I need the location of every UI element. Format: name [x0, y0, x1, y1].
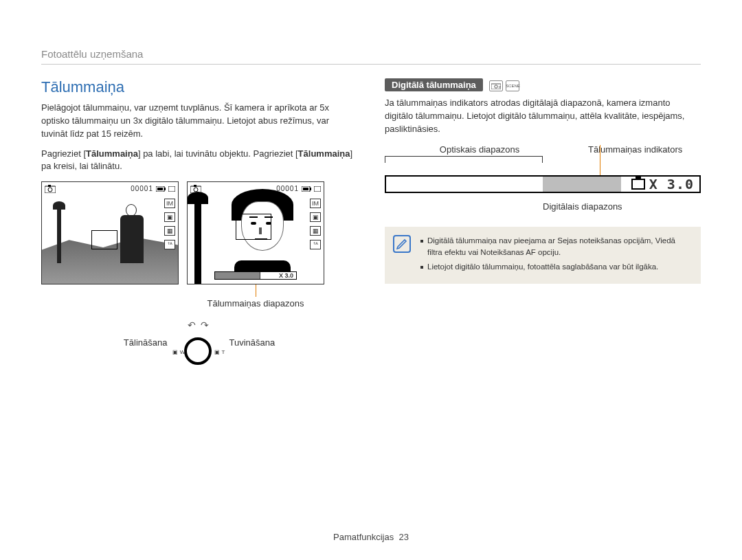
camera-icon: [45, 185, 56, 195]
lamp-icon: [57, 208, 61, 263]
svg-rect-6: [168, 186, 175, 192]
svg-rect-5: [157, 188, 163, 190]
digital-zoom-paragraph: Ja tālummaiņas indikators atrodas digitā…: [385, 97, 701, 136]
zoom-bar: X 3.0: [214, 271, 297, 280]
page-footer: Pamatfunkcijas 23: [0, 532, 742, 542]
zoom-intro-paragraph: Pielāgojot tālummaiņu, var uzņemt tuvplā…: [41, 102, 357, 141]
note-item: Lietojot digitālo tālummaiņu, fotoattēla…: [420, 261, 691, 273]
scene-mode-icon: SCENE: [506, 80, 519, 91]
lamp-icon: [194, 201, 201, 284]
left-column: Tālummaiņa Pielāgojot tālummaiņu, var uz…: [41, 78, 357, 365]
section-title-zoom: Tālummaiņa: [41, 78, 357, 96]
focus-box: [91, 230, 117, 249]
zoom-in-label: Tuvināšana: [229, 337, 275, 348]
zoom-dial-icon: ↶ ↷ ▣ W▣ T: [179, 320, 216, 365]
note-icon: [393, 235, 411, 253]
preview-zoomed: 00001 IM▣▦ꜛᴬ X 3.0: [187, 181, 324, 284]
camera-mode-icon: P: [489, 80, 503, 91]
zoom-dial-row: Tālināšana ↶ ↷ ▣ W▣ T Tuvināšana: [41, 320, 357, 365]
zoom-instruction-paragraph: Pagrieziet [Tālummaiņa] pa labi, lai tuv…: [41, 148, 357, 174]
zoom-range-label: Tālummaiņas diapazons: [187, 298, 324, 309]
zoom-diagram: Optiskais diapazons Tālummaiņas indikato…: [385, 144, 701, 212]
camera-icon: [190, 185, 201, 195]
person-icon: [120, 204, 144, 263]
svg-rect-12: [303, 188, 308, 190]
svg-rect-13: [314, 186, 321, 192]
mode-icons: P SCENE: [489, 80, 519, 91]
svg-rect-8: [194, 185, 196, 187]
note-box: Digitālā tālummaiņa nav pieejama ar Seja…: [385, 227, 701, 284]
overlay-icons: IM▣▦ꜛᴬ: [310, 199, 321, 249]
preview-wide: 00001 IM▣▦ꜛᴬ: [41, 181, 179, 284]
zoom-value: X 3.0: [649, 176, 694, 192]
svg-rect-4: [164, 188, 166, 190]
overlay-icons: IM▣▦ꜛᴬ: [164, 199, 175, 249]
svg-rect-11: [310, 188, 311, 190]
zoom-indicator-label: Tālummaiņas indikators: [574, 144, 701, 155]
svg-point-2: [48, 188, 52, 192]
digital-range-label: Digitālais diapazons: [543, 201, 701, 212]
digital-zoom-heading: Digitālā tālummaiņa: [385, 78, 483, 91]
svg-text:P: P: [499, 85, 501, 89]
svg-point-15: [495, 85, 497, 87]
zoom-out-label: Tālināšana: [124, 337, 168, 348]
svg-point-9: [194, 188, 198, 192]
preview-row: 00001 IM▣▦ꜛᴬ: [41, 181, 357, 284]
frame-counter: 00001: [276, 185, 321, 192]
frame-counter: 00001: [131, 185, 175, 192]
callout-line: [256, 284, 256, 297]
right-column: Digitālā tālummaiņa P SCENE Ja tālummaiņ…: [385, 78, 701, 365]
svg-rect-1: [48, 185, 51, 187]
breadcrumb: Fotoattēlu uzņemšana: [41, 48, 701, 65]
camera-icon: [631, 179, 645, 190]
note-item: Digitālā tālummaiņa nav pieejama ar Seja…: [420, 235, 691, 259]
focus-box: [236, 214, 271, 240]
optical-range-label: Optiskais diapazons: [385, 144, 574, 155]
